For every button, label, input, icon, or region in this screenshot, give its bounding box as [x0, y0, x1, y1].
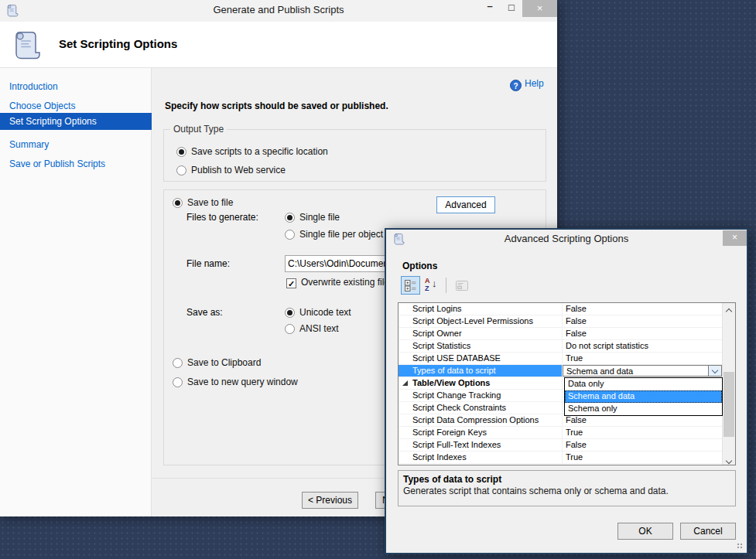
grid-scrollbar[interactable]: [722, 303, 735, 465]
table-row[interactable]: Script USE DATABASE True: [399, 353, 722, 365]
radio-save-to-new-query[interactable]: Save to new query window: [173, 377, 298, 387]
sidebar-item-introduction[interactable]: Introduction: [0, 78, 152, 95]
cancel-button[interactable]: Cancel: [680, 523, 736, 540]
radio-save-to-file[interactable]: Save to file: [173, 197, 233, 208]
categorized-icon: [405, 280, 416, 291]
radio-single-file-per-object[interactable]: Single file per object: [285, 229, 383, 240]
sidebar-item-set-scripting-options[interactable]: Set Scripting Options: [0, 113, 152, 130]
radio-label: Save to file: [187, 197, 233, 208]
property-value: False: [563, 328, 722, 339]
categorized-view-button[interactable]: [401, 276, 420, 295]
radio-icon: [285, 230, 295, 240]
table-row[interactable]: Script Object-Level Permissions False: [399, 315, 722, 328]
table-row[interactable]: Script Full-Text Indexes False: [399, 439, 722, 452]
property-name: Script Statistics: [399, 340, 563, 352]
radio-publish-web-service[interactable]: Publish to Web service: [176, 165, 286, 176]
radio-save-scripts-location[interactable]: Save scripts to a specific location: [176, 146, 328, 157]
property-name: Script Data Compression Options: [399, 414, 563, 426]
table-row[interactable]: Script Owner False: [399, 328, 722, 340]
combo-value: Schema and data: [566, 366, 633, 376]
maximize-button[interactable]: □: [501, 0, 522, 17]
expanded-triangle-icon[interactable]: [402, 380, 408, 386]
radio-icon: [285, 308, 295, 318]
dialog-title-bar[interactable]: Advanced Scripting Options ×: [386, 230, 747, 249]
alphabetical-sort-button[interactable]: A Z ↓: [422, 276, 441, 295]
combo-dropdown-button[interactable]: [708, 366, 721, 377]
sort-arrow-icon: ↓: [432, 278, 437, 289]
table-row[interactable]: Script Indexes True: [399, 452, 722, 464]
property-name: Script Owner: [399, 328, 563, 339]
file-name-label: File name:: [186, 258, 230, 269]
output-type-group-label: Output Type: [170, 124, 227, 135]
table-row[interactable]: Script Data Compression Options False: [399, 414, 722, 427]
sidebar-item-choose-objects[interactable]: Choose Objects: [0, 97, 152, 114]
minimize-button[interactable]: –: [480, 0, 500, 17]
property-value: False: [563, 439, 722, 451]
output-type-group: Output Type Save scripts to a specific l…: [163, 129, 546, 182]
scroll-down-button[interactable]: [723, 453, 735, 465]
radio-save-to-clipboard[interactable]: Save to Clipboard: [173, 357, 261, 368]
advanced-button[interactable]: Advanced: [436, 196, 495, 213]
property-pages-button: [452, 276, 471, 295]
radio-label: Single file: [299, 212, 340, 223]
radio-label: ANSI text: [299, 323, 339, 334]
previous-button[interactable]: < Previous: [302, 492, 358, 509]
property-name: Script Logins: [399, 303, 563, 315]
radio-icon: [176, 165, 186, 176]
dropdown-item-data-only[interactable]: Data only: [565, 378, 722, 390]
dialog-title: Advanced Scripting Options: [386, 233, 747, 244]
types-of-data-combobox[interactable]: Schema and data: [563, 365, 722, 377]
close-button[interactable]: ×: [522, 0, 557, 17]
wizard-header: Set Scripting Options: [0, 22, 557, 68]
page-instruction: Specify how scripts should be saved or p…: [165, 101, 388, 111]
table-row-selected[interactable]: Types of data to script Schema and data: [399, 365, 722, 377]
property-value: False: [563, 315, 722, 327]
radio-unicode-text[interactable]: Unicode text: [285, 307, 351, 318]
options-label: Options: [402, 261, 437, 271]
scroll-up-button[interactable]: [723, 303, 735, 315]
property-name: Script Object-Level Permissions: [399, 315, 563, 327]
property-name: Script Check Constraints: [399, 402, 563, 414]
property-value: True: [563, 353, 722, 364]
radio-label: Publish to Web service: [191, 165, 286, 176]
types-of-data-dropdown-list: Data only Schema and data Schema only: [564, 377, 723, 416]
help-label: Help: [525, 78, 544, 89]
advanced-scripting-options-dialog: Advanced Scripting Options × Options A Z…: [385, 228, 748, 554]
sidebar-item-save-or-publish[interactable]: Save or Publish Scripts: [0, 155, 152, 172]
help-link[interactable]: ?Help: [510, 78, 544, 91]
save-as-label: Save as:: [186, 307, 223, 318]
radio-icon: [173, 358, 183, 368]
overwrite-existing-checkbox[interactable]: ✓Overwrite existing file: [286, 277, 389, 288]
dropdown-item-schema-and-data[interactable]: Schema and data: [565, 390, 722, 403]
resize-grip[interactable]: [737, 543, 744, 550]
radio-label: Unicode text: [299, 307, 351, 318]
property-name: Script Change Tracking: [399, 390, 563, 401]
toolbar-separator: [446, 278, 446, 293]
scrollbar-thumb[interactable]: [724, 372, 734, 437]
table-row[interactable]: Script Logins False: [399, 303, 722, 315]
script-scroll-icon: [12, 27, 43, 63]
radio-icon: [285, 213, 295, 223]
table-row[interactable]: Script Foreign Keys True: [399, 427, 722, 439]
radio-label: Save scripts to a specific location: [191, 146, 328, 157]
radio-single-file[interactable]: Single file: [285, 212, 340, 223]
radio-icon: [173, 377, 183, 387]
property-name: Script USE DATABASE: [399, 353, 563, 364]
checkbox-check-icon: ✓: [286, 278, 296, 288]
dialog-close-button[interactable]: ×: [723, 230, 747, 246]
property-value: True: [563, 452, 722, 463]
chevron-up-icon: [726, 308, 732, 315]
radio-icon: [285, 324, 295, 334]
chevron-down-icon: [726, 458, 732, 464]
sidebar-item-summary[interactable]: Summary: [0, 136, 152, 153]
ok-button[interactable]: OK: [617, 523, 673, 540]
radio-ansi-text[interactable]: ANSI text: [285, 323, 339, 334]
files-to-generate-label: Files to generate:: [186, 212, 258, 223]
table-row[interactable]: Script Statistics Do not script statisti…: [399, 340, 722, 353]
property-value: True: [563, 427, 722, 438]
property-value: Do not script statistics: [563, 340, 722, 352]
sort-z-glyph: Z: [425, 285, 429, 292]
dropdown-item-schema-only[interactable]: Schema only: [565, 403, 722, 415]
property-name: Script Foreign Keys: [399, 427, 563, 438]
title-bar[interactable]: Generate and Publish Scripts – □ ×: [0, 0, 557, 22]
